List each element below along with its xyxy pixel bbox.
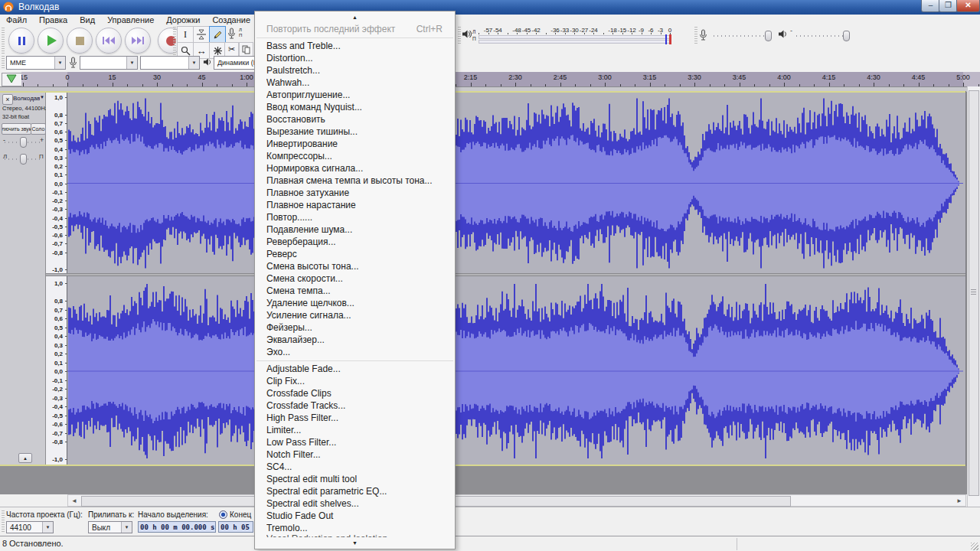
effects-menu-item[interactable]: Wahwah...: [255, 77, 455, 89]
timeline-label: 3:00: [598, 73, 612, 81]
vruler-label: -0,2: [44, 197, 63, 204]
mixer-grip[interactable]: [694, 27, 697, 44]
effects-menu-item[interactable]: Limiter...: [255, 424, 455, 436]
effects-menu-item[interactable]: Эхо...: [255, 346, 455, 358]
track-close-button[interactable]: ×: [2, 94, 13, 105]
menu-scroll-down[interactable]: ▼: [255, 537, 455, 549]
effects-menu-item[interactable]: SC4...: [255, 461, 455, 473]
vruler-label: 0,3: [44, 341, 63, 348]
menu-5[interactable]: Создание: [206, 15, 256, 26]
resize-grip[interactable]: [971, 543, 978, 550]
effects-menu-item[interactable]: Crossfade Tracks...: [255, 399, 455, 412]
record-volume-thumb[interactable]: [765, 31, 772, 41]
input-channels-select[interactable]: ▼: [140, 56, 200, 70]
effects-menu-item[interactable]: Adjustable Fade...: [255, 363, 455, 375]
waveform-left-channel[interactable]: [67, 93, 966, 273]
minimize-button[interactable]: –: [921, 0, 940, 12]
vruler-label: 0,4: [44, 333, 63, 340]
vertical-scrollbar[interactable]: [967, 86, 980, 507]
channel-divider[interactable]: [46, 273, 966, 276]
effects-menu-item[interactable]: Восстановить: [255, 113, 455, 126]
restore-button[interactable]: ❐: [939, 0, 958, 12]
effects-menu-item[interactable]: Bass and Treble...: [255, 40, 455, 52]
menu-0[interactable]: Файл: [0, 15, 33, 26]
quickplay-pin-button[interactable]: [2, 73, 23, 86]
record-volume-slider[interactable]: [714, 35, 772, 37]
effects-menu-item[interactable]: Вырезание тишины...: [255, 126, 455, 138]
effects-menu-items: Повторить последний эффектCtrl+RBass and…: [255, 23, 455, 537]
menu-4[interactable]: Дорожки: [160, 15, 206, 26]
waveform-right-channel[interactable]: [67, 276, 966, 465]
vruler-label: 0,2: [44, 163, 63, 170]
pan-slider-thumb[interactable]: [20, 154, 27, 165]
effects-menu-item[interactable]: Distortion...: [255, 52, 455, 64]
close-button[interactable]: ✕: [956, 0, 980, 12]
timeline-label: 2:45: [554, 73, 567, 81]
selection-grip[interactable]: [2, 510, 5, 533]
effects-menu-item[interactable]: Удаление щелчков...: [255, 297, 455, 309]
effects-menu-item[interactable]: Paulstretch...: [255, 64, 455, 77]
snap-to-select[interactable]: Выкл▼: [88, 521, 132, 533]
effects-menu-item[interactable]: Ввод команд Nyquist...: [255, 101, 455, 113]
mute-button[interactable]: лючить звук: [2, 123, 31, 135]
effects-menu-item[interactable]: Автоприглушение...: [255, 89, 455, 101]
ruler-band[interactable]: -1501530451:001:151:301:452:002:152:302:…: [21, 72, 980, 86]
playback-volume-thumb[interactable]: [843, 31, 850, 41]
menu-1[interactable]: Правка: [33, 15, 74, 26]
effects-menu-item[interactable]: Crossfade Clips: [255, 387, 455, 399]
effects-menu-item[interactable]: Усиление сигнала...: [255, 309, 455, 321]
effects-menu-item[interactable]: Clip Fix...: [255, 375, 455, 387]
effects-menu-item[interactable]: Spectral edit shelves...: [255, 497, 455, 510]
snap-to-label: Прилипать к:: [88, 510, 134, 519]
effects-menu-item[interactable]: Повтор......: [255, 211, 455, 223]
effects-menu-item[interactable]: Low Pass Filter...: [255, 436, 455, 448]
effects-menu-item[interactable]: High Pass Filter...: [255, 412, 455, 424]
horizontal-scrollbar[interactable]: ◄ ►: [67, 494, 966, 507]
audio-host-select[interactable]: MME▼: [6, 56, 66, 70]
effects-menu-item[interactable]: Смена темпа...: [255, 285, 455, 297]
playback-volume-slider[interactable]: [796, 35, 848, 37]
effects-menu-item[interactable]: Подавление шума...: [255, 223, 455, 236]
end-radio[interactable]: Конец: [219, 510, 251, 519]
meter-tick: [574, 33, 575, 34]
meter-tick: [603, 33, 604, 34]
effects-menu-item[interactable]: Studio Fade Out: [255, 510, 455, 522]
gain-slider-thumb[interactable]: [20, 137, 27, 148]
menu-scroll-up[interactable]: ▲: [255, 11, 455, 23]
effects-menu-item[interactable]: Spectral edit multi tool: [255, 473, 455, 485]
effects-menu-item[interactable]: Плавное нарастание: [255, 199, 455, 211]
effects-menu-item[interactable]: Компрессоры...: [255, 150, 455, 162]
effects-menu-item[interactable]: Смена высоты тона...: [255, 260, 455, 272]
device-grip[interactable]: [2, 56, 5, 70]
solo-button[interactable]: Соло: [31, 123, 46, 135]
effects-menu-item[interactable]: Плавная смена темпа и высоты тона...: [255, 174, 455, 187]
effects-menu-item[interactable]: Эквалайзер...: [255, 334, 455, 346]
selection-start-field[interactable]: 00 h 00 m 00.000 s▼: [138, 521, 216, 533]
effects-menu-item[interactable]: Notch Filter...: [255, 448, 455, 461]
effects-menu-item[interactable]: Реверберация...: [255, 236, 455, 248]
scroll-left-button[interactable]: ◄: [68, 495, 80, 506]
input-device-select[interactable]: ▼: [80, 56, 138, 70]
scroll-right-button[interactable]: ►: [953, 495, 965, 506]
menu-3[interactable]: Управление: [101, 15, 160, 26]
vruler-label: -0,4: [44, 403, 63, 410]
effects-menu-item[interactable]: Смена скорости...: [255, 272, 455, 285]
effects-menu-item[interactable]: Реверс: [255, 248, 455, 260]
vruler-label: 0,7: [44, 306, 63, 313]
effects-menu-item[interactable]: Фейзеры...: [255, 321, 455, 334]
vruler-label: -0,2: [44, 386, 63, 393]
track-collapse-button[interactable]: ▲: [18, 453, 32, 463]
timeline-ruler[interactable]: -1501530451:001:151:301:452:002:152:302:…: [0, 71, 980, 86]
effects-menu-item[interactable]: Инвертирование: [255, 138, 455, 150]
effects-menu-item[interactable]: Нормировка сигнала...: [255, 162, 455, 174]
project-rate-select[interactable]: 44100▼: [6, 521, 54, 533]
effects-menu-item[interactable]: Spectral edit parametric EQ...: [255, 485, 455, 497]
vruler-label: -0,8: [44, 439, 63, 445]
track-title-menu[interactable]: Волкодав▼: [13, 95, 44, 103]
effects-menu-item[interactable]: Tremolo...: [255, 522, 455, 534]
menu-2[interactable]: Вид: [74, 15, 101, 26]
selection-end-field[interactable]: 00 h 05 m: [218, 521, 253, 533]
effects-menu-item[interactable]: Плавное затухание: [255, 187, 455, 199]
title-bar[interactable]: Волкодав – ❐ ✕: [0, 0, 980, 15]
vruler-label: 0,8: [44, 298, 63, 305]
